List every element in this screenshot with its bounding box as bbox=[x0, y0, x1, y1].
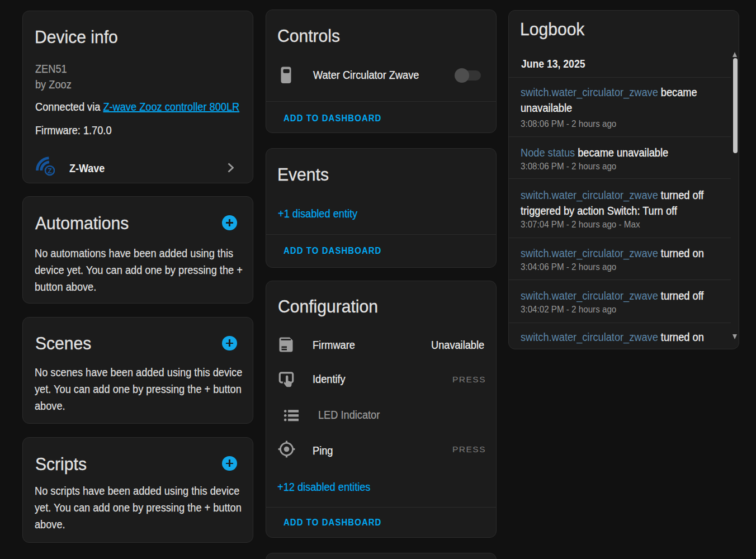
svg-text:Z: Z bbox=[48, 167, 52, 175]
